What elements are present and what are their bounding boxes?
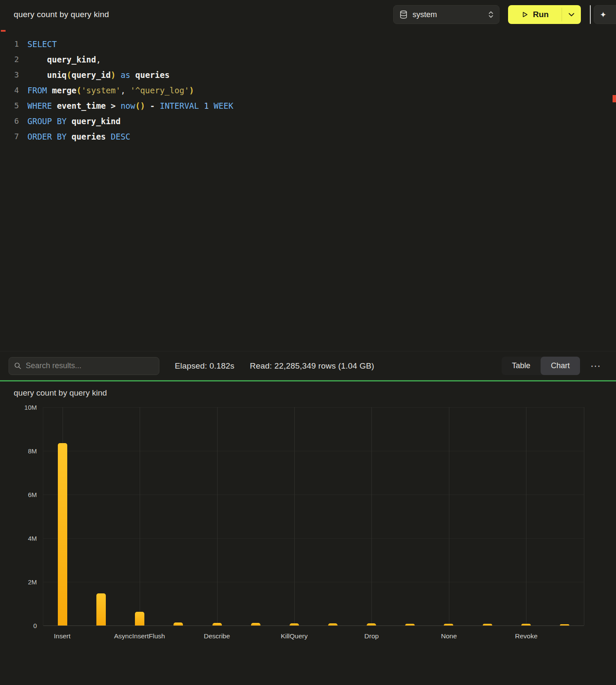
code-line: 6GROUP BY query_kind <box>0 113 616 129</box>
y-tick-label: 0 <box>0 622 37 629</box>
sparkle-icon: ✦ <box>600 10 607 20</box>
scrollbar-error-marker-icon <box>613 95 616 102</box>
y-tick-label: 10M <box>0 404 37 411</box>
chart-panel: query count by query kind 10M8M6M4M2M0 I… <box>0 381 616 685</box>
view-toggle: Table Chart <box>502 357 580 375</box>
select-chevrons-icon <box>488 10 494 19</box>
bars <box>43 407 584 625</box>
x-tick-label: None <box>441 632 457 640</box>
sql-editor[interactable]: 1SELECT2 query_kind,3 uniq(query_id) as … <box>0 29 616 351</box>
y-tick-label: 2M <box>0 578 37 586</box>
x-tick-label: AsyncInsertFlush <box>114 632 165 640</box>
chart-title: query count by query kind <box>0 381 616 398</box>
code-line: 5WHERE event_time > now() - INTERVAL 1 W… <box>0 98 616 113</box>
bar-col-13 <box>560 624 569 625</box>
query-title: query count by query kind <box>14 10 109 19</box>
database-selector-value: system <box>413 10 483 19</box>
bar-AsyncInsertFlush <box>135 612 144 625</box>
extra-action-button[interactable]: ✦ <box>594 5 616 24</box>
top-bar: query count by query kind system <box>0 0 616 29</box>
bar-col-7 <box>328 623 338 625</box>
code-lines: 1SELECT2 query_kind,3 uniq(query_id) as … <box>0 36 616 144</box>
bar-col-5 <box>251 623 260 625</box>
tab-table[interactable]: Table <box>502 357 541 375</box>
results-toolbar: Elapsed: 0.182s Read: 22,285,349 rows (1… <box>0 351 616 380</box>
search-icon <box>14 362 21 369</box>
y-tick-label: 8M <box>0 447 37 455</box>
top-bar-controls: system Run <box>393 5 616 24</box>
code-line: 2 query_kind, <box>0 52 616 67</box>
code-line: 4FROM merge('system', '^query_log') <box>0 83 616 98</box>
run-button[interactable]: Run <box>508 5 562 24</box>
run-dropdown-button[interactable] <box>562 5 581 24</box>
database-selector[interactable]: system <box>393 5 499 24</box>
error-marker-icon <box>1 30 6 32</box>
x-tick-label: Describe <box>204 632 230 640</box>
run-button-group: Run <box>508 5 581 24</box>
bar-col-11 <box>483 624 492 625</box>
y-axis-labels: 10M8M6M4M2M0 <box>0 407 37 625</box>
search-box <box>9 357 159 375</box>
database-icon <box>400 10 407 19</box>
run-button-label: Run <box>533 10 549 19</box>
search-results-input[interactable] <box>26 361 154 370</box>
header-divider <box>590 5 591 24</box>
play-icon <box>521 11 529 18</box>
plot-area <box>43 407 584 625</box>
x-axis-labels: InsertAsyncInsertFlushDescribeKillQueryD… <box>43 625 584 648</box>
bar-Describe <box>212 623 222 625</box>
bar-Insert <box>58 443 67 625</box>
bar-col-9 <box>405 624 415 625</box>
x-tick-label: Revoke <box>515 632 538 640</box>
results-toolbar-right: Table Chart ⋯ <box>502 357 607 375</box>
y-tick-label: 4M <box>0 535 37 542</box>
x-tick-label: Drop <box>365 632 379 640</box>
bar-col-1 <box>96 593 106 625</box>
bar-Revoke <box>521 624 531 625</box>
tab-chart[interactable]: Chart <box>541 357 580 375</box>
bar-KillQuery <box>290 623 299 625</box>
code-line: 7ORDER BY queries DESC <box>0 129 616 144</box>
code-line: 1SELECT <box>0 36 616 52</box>
bar-Drop <box>367 623 376 625</box>
read-stat: Read: 22,285,349 rows (1.04 GB) <box>250 361 374 371</box>
code-line: 3 uniq(query_id) as queries <box>0 67 616 83</box>
chart-body: 10M8M6M4M2M0 InsertAsyncInsertFlushDescr… <box>0 407 616 648</box>
y-tick-label: 6M <box>0 491 37 498</box>
x-tick-label: Insert <box>54 632 71 640</box>
bar-col-3 <box>173 622 183 625</box>
elapsed-stat: Elapsed: 0.182s <box>175 361 234 371</box>
more-options-icon[interactable]: ⋯ <box>590 364 601 368</box>
x-tick-label: KillQuery <box>281 632 308 640</box>
bar-None <box>444 624 453 625</box>
